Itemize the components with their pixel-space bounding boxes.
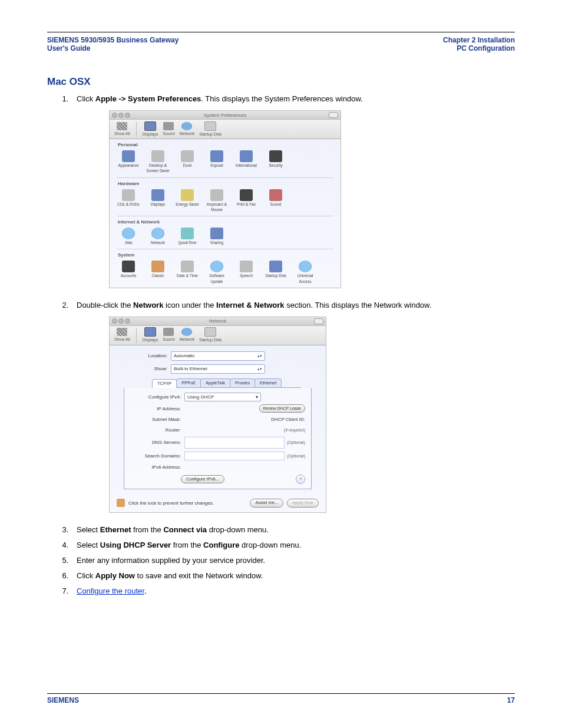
tb-displays[interactable]: Displays [143,121,158,137]
cat-internet: Internet & Network [110,216,340,226]
pref-displays[interactable]: Displays [145,189,171,212]
ip-address-label: IP Address: [130,406,184,412]
pref-expose[interactable]: Exposé [204,150,230,173]
tb-startup-disk[interactable]: Startup Disk [199,327,222,343]
pref-quicktime[interactable]: QuickTime [174,228,200,245]
pref-print-fax[interactable]: Print & Fax [233,189,259,212]
updown-icon: ▴▾ [257,354,262,358]
dns-servers-label: DNS Servers: [130,439,184,446]
pref-sound[interactable]: Sound [263,189,289,212]
cat-hardware: Hardware [110,178,340,188]
header-rule-top [47,32,515,32]
network-title: Network [110,318,326,324]
speaker-icon [163,122,174,130]
tb-startup-disk[interactable]: Startup Disk [199,121,222,137]
pref-classic[interactable]: Classic [145,261,171,284]
pref-energy-saver[interactable]: Energy Saver [174,189,200,212]
optional-hint-2: (Optional) [287,453,305,459]
doc-title-line1: SIEMENS 5930/5935 Business Gateway [47,36,178,44]
step-7: Configure the router. [71,586,515,597]
pref-network[interactable]: Network [145,228,171,245]
pref-universal-access[interactable]: Universal Access [292,261,318,284]
syspref-toolbar: Show All Displays Sound Network Startup … [110,120,340,139]
pref-startup-disk[interactable]: Startup Disk [263,261,289,284]
disk-icon [204,121,216,131]
dhcp-client-id-label: DHCP Client ID: [271,416,305,423]
syspref-title: System Preferences [110,112,340,118]
tb-sound[interactable]: Sound [163,328,174,342]
location-select[interactable]: Automatic▴▾ [171,351,265,361]
pref-sharing[interactable]: Sharing [204,228,230,245]
tb-sound[interactable]: Sound [163,122,174,137]
configure-ipv4-select[interactable]: Using DHCP▾ [184,393,261,401]
tb-displays[interactable]: Displays [143,327,158,343]
step-4: Select Using DHCP Server from the Config… [71,540,515,551]
configure-router-link[interactable]: Configure the router [77,587,144,595]
chapter-label: Chapter 2 Installation [443,36,515,44]
pref-speech[interactable]: Speech [233,261,259,284]
configure-ipv6-button[interactable]: Configure IPv6... [181,475,224,484]
pref-international[interactable]: International [233,150,259,173]
pref-date-time[interactable]: Date & Time [174,261,200,284]
location-label: Location: [117,353,171,359]
speaker-icon [163,328,174,336]
pref-software-update[interactable]: Software Update [204,261,230,284]
lock-text: Click the lock to prevent further change… [128,500,214,506]
screenshot-system-preferences: System Preferences Show All Displays Sou… [109,110,341,288]
router-label: Router: [130,427,184,433]
tab-tcpip[interactable]: TCP/IP [152,379,177,388]
tab-pppoe[interactable]: PPPoE [176,378,201,388]
pref-keyboard-mouse[interactable]: Keyboard & Mouse [204,189,230,212]
page-footer: SIEMENS 17 [47,691,515,704]
apply-now-button[interactable]: Apply Now [287,499,319,508]
network-toolbar: Show All Displays Sound Network Startup … [110,326,326,345]
renew-dhcp-button[interactable]: Renew DHCP Lease [259,404,305,413]
dns-servers-field[interactable] [184,437,285,449]
show-all-button[interactable]: Show All [114,328,130,342]
tcpip-panel: Configure IPv4: Using DHCP▾ IP Address: … [124,388,312,489]
tab-appletalk[interactable]: AppleTalk [200,378,230,388]
step-5: Enter any information supplied by your s… [71,555,515,566]
disk-icon [204,327,216,337]
pref-desktop[interactable]: Desktop & Screen Saver [145,150,171,173]
section-title: Mac OSX [47,76,515,88]
pref-security[interactable]: Security [263,150,289,173]
monitor-icon [144,327,156,337]
pref-dock[interactable]: Dock [174,150,200,173]
show-select[interactable]: Built-in Ethernet▴▾ [171,364,265,374]
cat-system: System [110,249,340,259]
network-titlebar: Network [110,317,326,326]
pref-accounts[interactable]: Accounts [115,261,141,284]
pill-icon [314,318,323,324]
show-all-button[interactable]: Show All [114,122,130,137]
step-2: Double-click the Network icon under the … [71,300,515,513]
step-3: Select Ethernet from the Connect via dro… [71,525,515,535]
search-domains-field[interactable] [184,452,285,460]
if-required-hint: (If required) [284,427,305,433]
updown-icon: ▾ [256,394,258,400]
tab-proxies[interactable]: Proxies [230,378,255,388]
step-1: Click Apple -> System Preferences. This … [71,94,515,288]
lock-icon[interactable] [117,499,125,507]
network-tabs: TCP/IP PPPoE AppleTalk Proxies Ethernet [152,378,301,388]
screenshot-network-window: Network Show All Displays Sound Network … [109,317,326,513]
doc-title-line2: User's Guide [47,44,178,52]
pref-appearance[interactable]: Appearance [115,150,141,173]
cat-personal: Personal [110,139,340,149]
tb-network[interactable]: Network [180,122,195,137]
footer-rule [47,693,515,694]
syspref-titlebar: System Preferences [110,111,340,120]
help-icon[interactable]: ? [296,475,305,484]
steps-list: Click Apple -> System Preferences. This … [47,94,515,597]
tab-ethernet[interactable]: Ethernet [254,378,282,388]
step-6: Click Apply Now to save and exit the Net… [71,571,515,581]
pref-cds-dvds[interactable]: CDs & DVDs [115,189,141,212]
pref-mac[interactable]: .Mac [115,228,141,245]
assist-me-button[interactable]: Assist me... [250,499,283,508]
search-domains-label: Search Domains: [130,453,184,459]
section-label: PC Configuration [443,44,515,52]
header-right: Chapter 2 Installation PC Configuration [443,36,515,52]
footer-page-number: 17 [507,696,515,704]
tb-network[interactable]: Network [180,328,195,342]
footer-brand: SIEMENS [47,696,79,704]
